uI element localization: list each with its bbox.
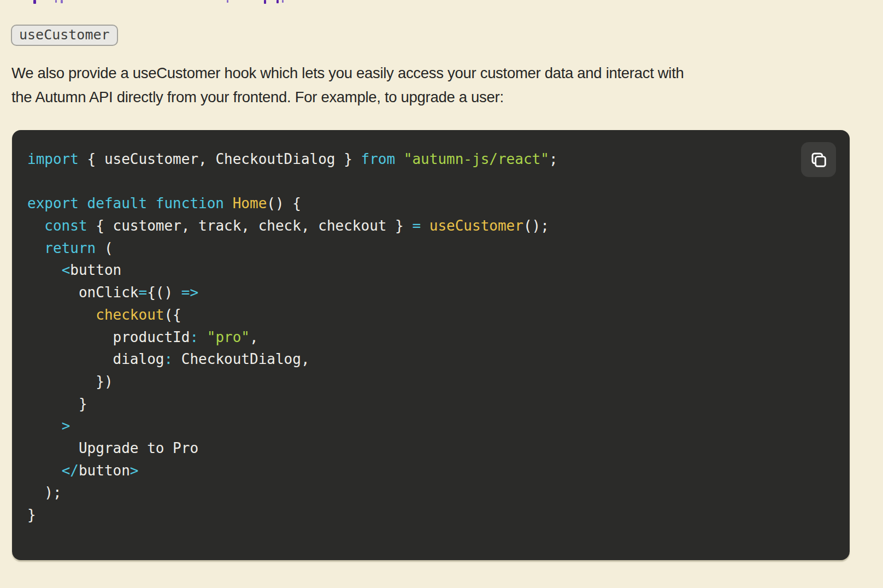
code-line: <button	[27, 259, 834, 281]
code-line: );	[27, 481, 834, 504]
code-line	[27, 170, 834, 193]
code-line: >	[27, 415, 834, 437]
code-line: }	[27, 393, 834, 415]
intro-paragraph-line-1: We also provide a useCustomer hook which…	[11, 61, 842, 85]
code-line: }	[27, 504, 834, 526]
code-line: import { useCustomer, CheckoutDialog } f…	[27, 148, 834, 170]
copy-icon	[809, 150, 828, 169]
code-line: const { customer, track, check, checkout…	[27, 215, 834, 237]
clipped-link-fragment	[282, 0, 284, 3]
code-line: dialog: CheckoutDialog,	[27, 348, 834, 371]
intro-paragraph: We also provide a useCustomer hook which…	[11, 61, 842, 109]
clipped-link-fragment	[55, 0, 57, 3]
code-line: onClick={() =>	[27, 281, 834, 304]
clipped-link-fragment	[61, 0, 63, 3]
clipped-link-fragment	[264, 0, 266, 4]
code-line: export default function Home() {	[27, 192, 834, 215]
clipped-link-fragment	[33, 0, 36, 4]
code-line: productId: "pro",	[27, 326, 834, 349]
code-line: return (	[27, 237, 834, 260]
copy-code-button[interactable]	[801, 142, 836, 177]
clipped-link-fragment	[227, 0, 228, 3]
code-line: Upgrade to Pro	[27, 437, 834, 460]
code-content: import { useCustomer, CheckoutDialog } f…	[27, 148, 834, 526]
code-line: })	[27, 371, 834, 393]
use-customer-badge: useCustomer	[11, 25, 118, 46]
code-line: checkout({	[27, 304, 834, 326]
code-block: import { useCustomer, CheckoutDialog } f…	[12, 130, 850, 560]
intro-paragraph-line-2: the Autumn API directly from your fronte…	[11, 85, 842, 109]
clipped-link-fragment	[276, 0, 279, 3]
code-line: </button>	[27, 460, 834, 482]
